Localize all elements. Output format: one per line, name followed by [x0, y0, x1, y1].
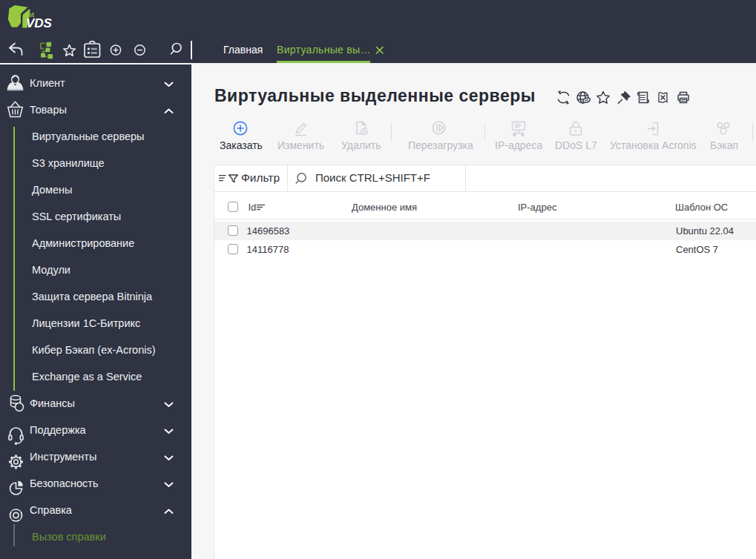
svg-text:VDS: VDS [26, 16, 53, 30]
svg-text:IP: IP [515, 122, 521, 130]
